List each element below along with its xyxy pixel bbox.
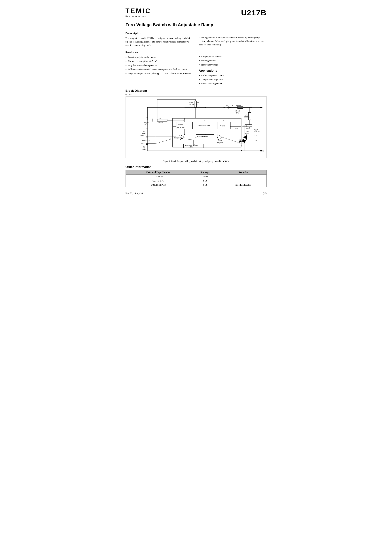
logo-block: TEMIC Semiconductors xyxy=(126,7,151,17)
pin1: 1 xyxy=(170,125,171,127)
label-vm-val: 230 V~ xyxy=(254,131,260,133)
features-right-list: Simple power control Ramp generator Refe… xyxy=(199,55,267,67)
resistor-r2-top xyxy=(194,101,196,107)
block-pulse xyxy=(218,134,222,140)
label-max: max xyxy=(140,135,143,137)
block-diagram-heading: Block Diagram xyxy=(126,89,267,93)
label-sync: Synchronization xyxy=(197,124,210,126)
label-r5-val: 15 kΩ xyxy=(142,133,146,134)
node-supply-top xyxy=(224,107,224,108)
label-r5: R5 xyxy=(143,130,145,132)
label-tic: TIC xyxy=(246,130,249,132)
cell-package: SO8 xyxy=(191,179,220,183)
features-applications-section: Features Direct supply from the mains Cu… xyxy=(126,51,267,87)
col-remarks: Remarks xyxy=(220,170,266,174)
description-left: Description The integrated circuit, U217… xyxy=(126,32,193,49)
application-item: Full-wave power control xyxy=(199,74,267,77)
label-L: L xyxy=(262,106,264,109)
label-d1: D1 xyxy=(226,104,228,106)
label-r6: R6 xyxy=(143,146,145,148)
applications-heading: Applications xyxy=(199,69,267,73)
diode-d1 xyxy=(229,106,231,109)
cell-remarks xyxy=(220,179,266,183)
footer-page: 1 (12) xyxy=(261,192,267,195)
description-text-left: The integrated circuit, U217B, is design… xyxy=(126,36,193,47)
col-type: Extended Type Number xyxy=(126,170,191,174)
cell-remarks: Taped and reeled xyxy=(220,183,266,187)
label-220k: 220 kΩ xyxy=(189,101,194,103)
table-row: U217B-BFP SO8 xyxy=(126,179,266,183)
logo-semiconductors: Semiconductors xyxy=(126,15,151,17)
fig-caption: Figure 1. Block diagram with typical cir… xyxy=(126,160,267,163)
order-section: Order Information Extended Type Number P… xyxy=(126,165,267,187)
description-heading: Description xyxy=(126,32,193,35)
features-heading: Features xyxy=(126,51,193,54)
cell-type: U217B-BFP xyxy=(126,179,191,183)
label-N: N xyxy=(262,149,264,152)
label-supply: Supply xyxy=(220,124,225,126)
doc-title: Zero-Voltage Switch with Adjustable Ramp xyxy=(126,21,267,29)
label-tic-num: 236N xyxy=(245,132,249,134)
feature-right-item: Simple power control xyxy=(199,55,267,58)
pin8: 8 xyxy=(204,119,205,121)
svg-line-63 xyxy=(182,138,193,140)
label-gnd: GND xyxy=(235,127,238,129)
svg-line-55 xyxy=(222,137,238,142)
cell-remarks xyxy=(220,174,266,179)
description-right: A ramp generator allows power control fu… xyxy=(199,32,267,49)
label-r6-val: 58 kΩ xyxy=(142,148,146,150)
label-r1-val: 18 kΩ/ xyxy=(235,110,240,112)
label-comparator: Comparator xyxy=(174,137,182,139)
label-min: min xyxy=(141,143,143,145)
label-r4: R4 xyxy=(159,117,161,119)
description-text-right: A ramp generator allows power control fu… xyxy=(199,36,267,47)
label-mt1: MT1 xyxy=(254,140,257,142)
cell-type: U217B-B xyxy=(126,174,191,179)
label-c2-10v: 10 V xyxy=(144,124,148,126)
svg-line-46 xyxy=(155,139,173,143)
cell-type: U217B-BFPG3 xyxy=(126,183,191,187)
feature-item: Current consumption ≤ 0.5 mA xyxy=(126,59,193,63)
label-vm: VM = xyxy=(254,128,258,131)
pin3: 3 xyxy=(170,135,171,137)
col-package: Package xyxy=(191,170,220,174)
application-item: Temperature regulation xyxy=(199,78,267,81)
feature-right-item: Reference voltage xyxy=(199,63,267,67)
part-number: U217B xyxy=(241,8,267,17)
footer-rev: Rev. A2, 14-Apr-98 xyxy=(126,192,143,195)
resistor-r4 xyxy=(157,119,167,121)
triac-symbol2 xyxy=(243,139,246,143)
logo-temic: TEMIC xyxy=(126,7,151,15)
feature-item: Full-wave drive – no DC current componen… xyxy=(126,68,193,71)
resistor-r6 xyxy=(146,144,148,150)
circuit-diagram: L N VM = 230 V~ D1 BYT86/800 R1 18 kΩ/ 2… xyxy=(126,96,267,158)
label-c1-16v: 16 V xyxy=(246,128,249,130)
feature-right-item: Ramp generator xyxy=(199,59,267,63)
label-250v: (250 V~) xyxy=(188,103,194,105)
table-row: U217B-BFPG3 SO8 Taped and reeled xyxy=(126,183,266,187)
label-fullwave: Full-wave logic xyxy=(197,135,209,137)
feature-item: Very few external components xyxy=(126,64,193,67)
description-section: Description The integrated circuit, U217… xyxy=(126,32,267,49)
application-item: Power blinking switch xyxy=(199,82,267,85)
label-mt2: MT2 xyxy=(254,135,257,137)
page-footer: Rev. A2, 14-Apr-98 1 (12) xyxy=(126,191,267,195)
ic-block xyxy=(173,118,241,147)
label-r1-w: 2 W xyxy=(236,112,239,114)
block-diagram-section: Block Diagram 95 10872 L N VM = xyxy=(126,89,267,163)
feature-item: Negative output current pulse typ. 100 m… xyxy=(126,72,193,75)
label-r4-val: 100 kΩ xyxy=(158,122,163,124)
label-load-val: 1000 W xyxy=(244,116,250,118)
label-pulse: Pulse xyxy=(218,140,222,142)
features-left: Features Direct supply from the mains Cu… xyxy=(126,51,193,87)
label-r3: R3 xyxy=(240,144,242,146)
label-r2: R2 xyxy=(197,101,199,103)
label-pulse2: amplifier xyxy=(217,142,223,144)
order-heading: Order Information xyxy=(126,165,267,169)
order-table: Extended Type Number Package Remarks U21… xyxy=(126,170,267,187)
cell-package: SO8 xyxy=(191,183,220,187)
label-plus: + xyxy=(179,135,180,137)
label-var-val: 100 kΩ xyxy=(142,140,147,142)
label-c2-val: 2.2 µF/ xyxy=(144,122,149,124)
label-minus: − xyxy=(179,137,180,139)
